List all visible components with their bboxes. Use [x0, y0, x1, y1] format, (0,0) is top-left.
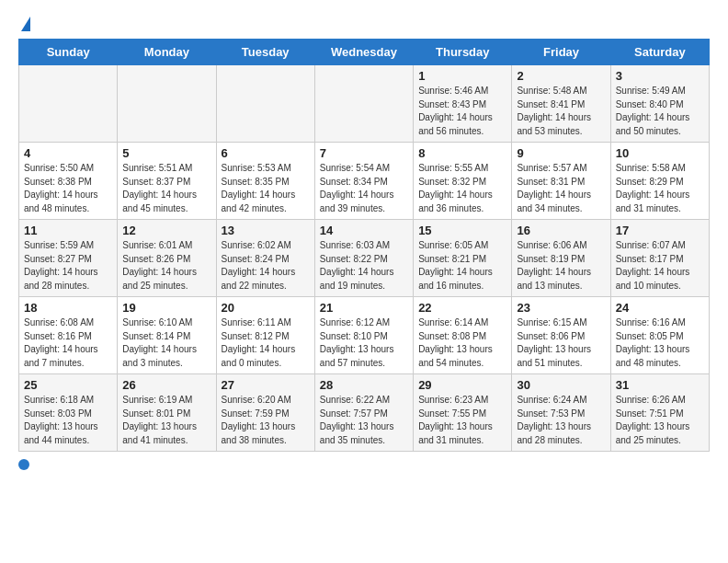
day-number: 27: [222, 378, 310, 392]
day-info: Sunrise: 6:18 AM Sunset: 8:03 PM Dayligh…: [24, 394, 112, 447]
day-of-week-header: Saturday: [610, 40, 709, 65]
day-of-week-header: Wednesday: [314, 40, 413, 65]
day-info: Sunrise: 6:06 AM Sunset: 8:19 PM Dayligh…: [517, 239, 605, 293]
header: [18, 15, 710, 29]
day-number: 12: [122, 224, 210, 237]
day-of-week-header: Thursday: [414, 40, 512, 65]
calendar-cell: 29Sunrise: 6:23 AM Sunset: 7:55 PM Dayli…: [414, 374, 512, 452]
day-info: Sunrise: 6:12 AM Sunset: 8:10 PM Dayligh…: [320, 316, 408, 370]
day-info: Sunrise: 6:26 AM Sunset: 7:51 PM Dayligh…: [616, 394, 704, 447]
calendar-cell: 16Sunrise: 6:06 AM Sunset: 8:19 PM Dayli…: [512, 220, 610, 297]
calendar-cell: 20Sunrise: 6:11 AM Sunset: 8:12 PM Dayli…: [216, 297, 314, 374]
day-number: 25: [24, 378, 112, 392]
day-info: Sunrise: 6:05 AM Sunset: 8:21 PM Dayligh…: [418, 239, 506, 293]
day-info: Sunrise: 6:16 AM Sunset: 8:05 PM Dayligh…: [616, 316, 704, 370]
day-number: 28: [320, 378, 408, 392]
day-info: Sunrise: 5:59 AM Sunset: 8:27 PM Dayligh…: [24, 239, 112, 293]
day-number: 31: [616, 378, 704, 392]
calendar-header-row: SundayMondayTuesdayWednesdayThursdayFrid…: [19, 40, 710, 65]
day-number: 3: [616, 69, 704, 83]
day-number: 22: [418, 301, 506, 315]
calendar-cell: 23Sunrise: 6:15 AM Sunset: 8:06 PM Dayli…: [512, 297, 610, 374]
day-number: 13: [222, 224, 310, 237]
calendar-cell: 14Sunrise: 6:03 AM Sunset: 8:22 PM Dayli…: [314, 220, 413, 297]
day-info: Sunrise: 5:51 AM Sunset: 8:37 PM Dayligh…: [122, 162, 210, 215]
day-number: 6: [222, 146, 310, 160]
day-number: 21: [320, 301, 408, 315]
day-info: Sunrise: 6:03 AM Sunset: 8:22 PM Dayligh…: [320, 239, 408, 293]
calendar-cell: 22Sunrise: 6:14 AM Sunset: 8:08 PM Dayli…: [414, 297, 512, 374]
day-number: 20: [222, 301, 310, 315]
day-number: 26: [122, 378, 210, 392]
day-number: 5: [122, 146, 210, 160]
day-number: 23: [517, 301, 605, 315]
calendar-cell: [118, 65, 216, 143]
day-info: Sunrise: 6:01 AM Sunset: 8:26 PM Dayligh…: [122, 239, 210, 293]
calendar-cell: 10Sunrise: 5:58 AM Sunset: 8:29 PM Dayli…: [610, 143, 709, 220]
calendar-table: SundayMondayTuesdayWednesdayThursdayFrid…: [18, 39, 710, 452]
calendar-cell: 2Sunrise: 5:48 AM Sunset: 8:41 PM Daylig…: [512, 65, 610, 143]
day-number: 7: [320, 146, 408, 160]
calendar-cell: [19, 65, 118, 143]
day-info: Sunrise: 6:02 AM Sunset: 8:24 PM Dayligh…: [222, 239, 310, 293]
calendar-week-row: 25Sunrise: 6:18 AM Sunset: 8:03 PM Dayli…: [19, 374, 710, 452]
day-number: 2: [517, 69, 605, 83]
logo: [18, 15, 30, 29]
calendar-cell: 15Sunrise: 6:05 AM Sunset: 8:21 PM Dayli…: [414, 220, 512, 297]
day-info: Sunrise: 5:49 AM Sunset: 8:40 PM Dayligh…: [616, 85, 704, 138]
day-number: 14: [320, 224, 408, 237]
calendar-cell: 19Sunrise: 6:10 AM Sunset: 8:14 PM Dayli…: [118, 297, 216, 374]
day-info: Sunrise: 5:57 AM Sunset: 8:31 PM Dayligh…: [517, 162, 605, 215]
day-info: Sunrise: 6:19 AM Sunset: 8:01 PM Dayligh…: [122, 394, 210, 447]
calendar-cell: 24Sunrise: 6:16 AM Sunset: 8:05 PM Dayli…: [610, 297, 709, 374]
calendar-week-row: 4Sunrise: 5:50 AM Sunset: 8:38 PM Daylig…: [19, 143, 710, 220]
day-info: Sunrise: 6:23 AM Sunset: 7:55 PM Dayligh…: [418, 394, 506, 447]
day-info: Sunrise: 5:58 AM Sunset: 8:29 PM Dayligh…: [616, 162, 704, 215]
calendar-week-row: 11Sunrise: 5:59 AM Sunset: 8:27 PM Dayli…: [19, 220, 710, 297]
calendar-cell: 31Sunrise: 6:26 AM Sunset: 7:51 PM Dayli…: [610, 374, 709, 452]
day-info: Sunrise: 6:24 AM Sunset: 7:53 PM Dayligh…: [517, 394, 605, 447]
footer-dot-icon: [18, 459, 29, 470]
day-number: 15: [418, 224, 506, 237]
calendar-cell: 18Sunrise: 6:08 AM Sunset: 8:16 PM Dayli…: [19, 297, 118, 374]
day-number: 30: [517, 378, 605, 392]
day-info: Sunrise: 5:46 AM Sunset: 8:43 PM Dayligh…: [418, 85, 506, 138]
day-number: 4: [24, 146, 112, 160]
day-number: 11: [24, 224, 112, 237]
calendar-cell: 28Sunrise: 6:22 AM Sunset: 7:57 PM Dayli…: [314, 374, 413, 452]
day-number: 19: [122, 301, 210, 315]
day-number: 10: [616, 146, 704, 160]
calendar-week-row: 18Sunrise: 6:08 AM Sunset: 8:16 PM Dayli…: [19, 297, 710, 374]
calendar-cell: 21Sunrise: 6:12 AM Sunset: 8:10 PM Dayli…: [314, 297, 413, 374]
calendar-cell: 13Sunrise: 6:02 AM Sunset: 8:24 PM Dayli…: [216, 220, 314, 297]
day-of-week-header: Tuesday: [216, 40, 314, 65]
day-info: Sunrise: 6:10 AM Sunset: 8:14 PM Dayligh…: [122, 316, 210, 370]
calendar-cell: 6Sunrise: 5:53 AM Sunset: 8:35 PM Daylig…: [216, 143, 314, 220]
day-info: Sunrise: 5:50 AM Sunset: 8:38 PM Dayligh…: [24, 162, 112, 215]
calendar-cell: 17Sunrise: 6:07 AM Sunset: 8:17 PM Dayli…: [610, 220, 709, 297]
day-number: 24: [616, 301, 704, 315]
day-of-week-header: Monday: [118, 40, 216, 65]
calendar-cell: 26Sunrise: 6:19 AM Sunset: 8:01 PM Dayli…: [118, 374, 216, 452]
day-number: 29: [418, 378, 506, 392]
day-number: 9: [517, 146, 605, 160]
calendar-cell: 8Sunrise: 5:55 AM Sunset: 8:32 PM Daylig…: [414, 143, 512, 220]
calendar-cell: [314, 65, 413, 143]
day-number: 1: [418, 69, 506, 83]
calendar-cell: 12Sunrise: 6:01 AM Sunset: 8:26 PM Dayli…: [118, 220, 216, 297]
calendar-cell: 27Sunrise: 6:20 AM Sunset: 7:59 PM Dayli…: [216, 374, 314, 452]
calendar-cell: 7Sunrise: 5:54 AM Sunset: 8:34 PM Daylig…: [314, 143, 413, 220]
day-info: Sunrise: 6:08 AM Sunset: 8:16 PM Dayligh…: [24, 316, 112, 370]
calendar-cell: 11Sunrise: 5:59 AM Sunset: 8:27 PM Dayli…: [19, 220, 118, 297]
calendar-cell: 4Sunrise: 5:50 AM Sunset: 8:38 PM Daylig…: [19, 143, 118, 220]
calendar-cell: [216, 65, 314, 143]
calendar-cell: 1Sunrise: 5:46 AM Sunset: 8:43 PM Daylig…: [414, 65, 512, 143]
day-number: 17: [616, 224, 704, 237]
calendar-cell: 30Sunrise: 6:24 AM Sunset: 7:53 PM Dayli…: [512, 374, 610, 452]
calendar-cell: 3Sunrise: 5:49 AM Sunset: 8:40 PM Daylig…: [610, 65, 709, 143]
day-number: 18: [24, 301, 112, 315]
day-number: 16: [517, 224, 605, 237]
day-info: Sunrise: 5:48 AM Sunset: 8:41 PM Dayligh…: [517, 85, 605, 138]
day-info: Sunrise: 5:54 AM Sunset: 8:34 PM Dayligh…: [320, 162, 408, 215]
calendar-week-row: 1Sunrise: 5:46 AM Sunset: 8:43 PM Daylig…: [19, 65, 710, 143]
